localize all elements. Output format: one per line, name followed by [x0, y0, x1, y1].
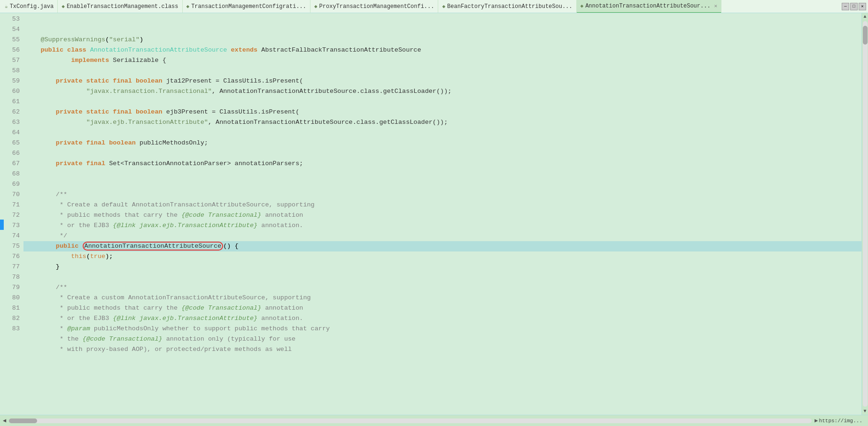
line-number-80: 80: [4, 293, 20, 303]
line-number-72: 72: [4, 210, 20, 221]
code-line-57: private static final boolean jta12Presen…: [23, 76, 861, 86]
line-number-59: 59: [4, 76, 20, 86]
tab-label-annotation: AnnotationTransactionAttributeSour...: [585, 3, 710, 9]
tab-enable[interactable]: ◆ EnableTransactionManagement.class: [58, 0, 182, 13]
code-line-63: private final boolean publicMethodsOnly;: [23, 138, 861, 148]
window-controls: ─ □ ✕: [842, 3, 868, 10]
code-line-62: [23, 128, 861, 138]
close-button[interactable]: ✕: [859, 3, 866, 10]
left-indicator: [0, 13, 4, 415]
line-number-79: 79: [4, 282, 20, 293]
line-number-53: 53: [4, 14, 20, 24]
line-number-63: 63: [4, 117, 20, 128]
code-line-73: public AnnotationTransactionAttributeSou…: [23, 241, 861, 251]
code-line-77: /**: [23, 282, 861, 293]
code-line-53: @SuppressWarnings("serial"): [23, 35, 861, 45]
code-line-74: this(true);: [23, 251, 861, 262]
line-number-78: 78: [4, 272, 20, 282]
line-number-67: 67: [4, 159, 20, 169]
current-line-marker: [0, 220, 4, 230]
line-number-65: 65: [4, 138, 20, 148]
line-number-71: 71: [4, 200, 20, 210]
right-scroll-thumb[interactable]: [863, 26, 868, 45]
code-line-59: [23, 97, 861, 107]
code-line-78: * Create a custom AnnotationTransactionA…: [23, 293, 861, 303]
line-number-54: 54: [4, 24, 20, 35]
line-number-55: 55: [4, 35, 20, 45]
code-line-54: public class AnnotationTransactionAttrib…: [23, 45, 861, 55]
line-number-66: 66: [4, 148, 20, 159]
tab-label-beanfactory: BeanFactoryTransactionAttributeSou...: [447, 3, 572, 10]
scroll-right-button[interactable]: ▶: [814, 417, 819, 424]
line-number-56: 56: [4, 45, 20, 55]
code-line-70: * public methods that carry the {@code T…: [23, 210, 861, 221]
tab-label-proxy: ProxyTransactionManagementConfi...: [319, 3, 434, 10]
tab-icon-enable: ◆: [62, 3, 65, 9]
horizontal-scroll-thumb[interactable]: [9, 418, 37, 423]
code-line-75: }: [23, 262, 861, 272]
line-number-70: 70: [4, 190, 20, 200]
bottom-bar: ◀ ▶ https://img...: [0, 415, 868, 426]
line-number-83: 83: [4, 324, 20, 334]
status-bar-text: https://img...: [819, 418, 866, 424]
line-number-68: 68: [4, 169, 20, 179]
editor-area: 5354555657585960616263646566676869707172…: [0, 13, 868, 415]
tab-txmgmtconfig[interactable]: ◆ TransactionManagementConfigrati...: [183, 0, 310, 13]
scroll-up-button[interactable]: ▲: [862, 13, 867, 20]
code-line-58: "javax.transaction.Transactional", Annot…: [23, 86, 861, 97]
line-number-69: 69: [4, 179, 20, 190]
line-numbers: 5354555657585960616263646566676869707172…: [4, 13, 23, 415]
code-line-72: */: [23, 231, 861, 241]
line-number-61: 61: [4, 97, 20, 107]
tab-icon-annotation: ◆: [581, 3, 584, 9]
tab-icon-beanfactory: ◆: [442, 3, 445, 9]
code-line-76: [23, 272, 861, 282]
code-line-60: private static final boolean ejb3Present…: [23, 107, 861, 117]
code-line-83: * with proxy-based AOP), or protected/pr…: [23, 344, 861, 355]
scroll-left-button[interactable]: ◀: [2, 417, 7, 424]
tab-icon-txconfig: ☕: [5, 3, 8, 9]
code-line-80: * or the EJB3 {@link javax.ejb.Transacti…: [23, 313, 861, 324]
line-number-75: 75: [4, 241, 20, 251]
code-line-65: private final Set<TransactionAnnotationP…: [23, 159, 861, 169]
line-number-60: 60: [4, 86, 20, 97]
code-line-66: [23, 169, 861, 179]
horizontal-scroll-track[interactable]: [9, 418, 812, 423]
tab-label-enable: EnableTransactionManagement.class: [67, 3, 178, 10]
line-number-77: 77: [4, 262, 20, 272]
tab-bar: ☕ TxConfig.java ◆ EnableTransactionManag…: [0, 0, 868, 13]
line-number-74: 74: [4, 231, 20, 241]
code-line-69: * Create a default AnnotationTransaction…: [23, 200, 861, 210]
code-line-68: /**: [23, 190, 861, 200]
right-scroll-track[interactable]: [863, 21, 868, 407]
line-number-58: 58: [4, 66, 20, 76]
tab-close-annotation[interactable]: ✕: [714, 3, 718, 9]
tab-proxytx[interactable]: ◆ ProxyTransactionManagementConfi...: [310, 0, 438, 13]
code-line-81: * @param publicMethodsOnly whether to su…: [23, 324, 861, 334]
line-number-82: 82: [4, 313, 20, 324]
tab-icon-proxy: ◆: [314, 3, 318, 9]
minimize-button[interactable]: ─: [842, 3, 849, 10]
code-line-56: [23, 66, 861, 76]
line-number-57: 57: [4, 55, 20, 66]
maximize-button[interactable]: □: [850, 3, 858, 10]
line-number-73: 73: [4, 221, 20, 231]
line-number-76: 76: [4, 251, 20, 262]
scroll-down-button[interactable]: ▼: [862, 408, 867, 415]
tab-label-txmgmt: TransactionManagementConfigrati...: [191, 3, 306, 10]
line-number-81: 81: [4, 303, 20, 313]
code-content[interactable]: @SuppressWarnings("serial") public class…: [23, 13, 861, 415]
code-line-82: * the {@code Transactional} annotation o…: [23, 334, 861, 344]
code-line-55: implements Serializable {: [23, 55, 861, 66]
code-line-79: * public methods that carry the {@code T…: [23, 303, 861, 313]
line-number-62: 62: [4, 107, 20, 117]
code-line-71: * or the EJB3 {@link javax.ejb.Transacti…: [23, 221, 861, 231]
tab-beanfactory[interactable]: ◆ BeanFactoryTransactionAttributeSou...: [438, 0, 576, 13]
code-line-61: "javax.ejb.TransactionAttribute", Annota…: [23, 117, 861, 128]
right-scrollbar[interactable]: ▲ ▼: [861, 13, 868, 415]
tab-txconfig[interactable]: ☕ TxConfig.java: [1, 0, 58, 13]
tab-icon-txmgmt: ◆: [186, 3, 190, 9]
line-number-64: 64: [4, 128, 20, 138]
code-line-67: [23, 179, 861, 190]
tab-annotationtx[interactable]: ◆ AnnotationTransactionAttributeSour... …: [577, 0, 722, 13]
